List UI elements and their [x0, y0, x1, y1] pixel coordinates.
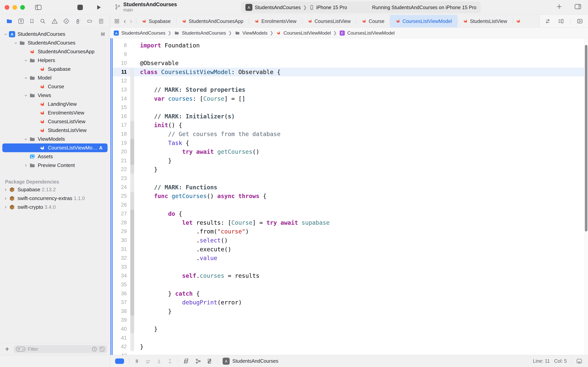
toggle-debug-area-icon[interactable]: [576, 358, 583, 365]
code-line-13[interactable]: 13 // MARK: Stored properties: [110, 85, 588, 94]
issues-navigator-icon[interactable]: [51, 18, 58, 25]
sidebar-item-Views[interactable]: Views: [0, 91, 110, 100]
code-line-12[interactable]: 12: [110, 76, 588, 85]
code-line-31[interactable]: 31 .execute(): [110, 245, 588, 254]
code-line-17[interactable]: 17 init() {: [110, 121, 588, 130]
debug-navigator-icon[interactable]: [75, 18, 81, 25]
source-editor[interactable]: 8import Foundation910@Observable11class …: [110, 38, 588, 355]
code-line-19[interactable]: 19 Task {: [110, 139, 588, 148]
memory-graph-icon[interactable]: [195, 358, 202, 365]
scrollbar-track[interactable]: [584, 38, 588, 355]
forward-icon[interactable]: ›: [130, 17, 132, 25]
sidebar-item-Preview-Content[interactable]: Preview Content: [0, 161, 110, 170]
code-line-14[interactable]: 14 var courses: [Course] = []: [110, 94, 588, 103]
code-line-20[interactable]: 20 try await getCourses(): [110, 147, 588, 156]
code-line-33[interactable]: 33: [110, 263, 588, 272]
code-line-23[interactable]: 23: [110, 174, 588, 183]
code-line-11[interactable]: 11class CoursesListViewModel: Observable…: [110, 68, 588, 77]
scm-filter-icon[interactable]: [99, 346, 105, 352]
add-file-icon[interactable]: +: [3, 346, 11, 353]
sidebar-item-Assets[interactable]: Assets: [0, 152, 110, 161]
editor-tab-CoursesListViewModel[interactable]: CoursesListViewModel: [390, 15, 457, 27]
breadcrumb-StudentsAndCourses[interactable]: StudentsAndCourses: [174, 30, 226, 36]
back-icon[interactable]: ‹: [124, 17, 126, 25]
code-line-42[interactable]: 42}: [110, 342, 588, 351]
activity-status-pill[interactable]: A StudentsAndCourses ❯ iPhone 15 Pro Run…: [241, 1, 481, 13]
run-button[interactable]: [95, 4, 102, 11]
code-line-9[interactable]: 9: [110, 50, 588, 59]
sidebar-item-StudentsAndCourses[interactable]: AStudentsAndCoursesM: [0, 30, 110, 39]
filter-field[interactable]: [14, 345, 107, 353]
sidebar-item-Supabase[interactable]: Supabase: [0, 65, 110, 74]
sidebar-item-CoursesListView[interactable]: CoursesListView: [0, 117, 110, 126]
code-line-26[interactable]: 26: [110, 200, 588, 209]
code-line-41[interactable]: 41: [110, 334, 588, 342]
recent-files-clock-icon[interactable]: [91, 346, 97, 352]
editor-tab-EnrolmentsView[interactable]: EnrolmentsView: [249, 15, 302, 27]
code-line-15[interactable]: 15: [110, 103, 588, 112]
breakpoint-navigator-icon[interactable]: [86, 18, 93, 24]
editor-tab-StudentsListView[interactable]: StudentsListView: [458, 15, 512, 27]
code-line-27[interactable]: 27 do {: [110, 209, 588, 218]
code-line-40[interactable]: 40 }: [110, 325, 588, 334]
search-navigator-icon[interactable]: [40, 18, 46, 25]
disclosure-closed-icon[interactable]: [23, 163, 29, 167]
code-line-30[interactable]: 30 .select(): [110, 236, 588, 245]
step-into-icon[interactable]: [156, 358, 162, 364]
code-line-39[interactable]: 39: [110, 316, 588, 325]
breadcrumb-StudentsAndCourses[interactable]: AStudentsAndCourses: [113, 30, 166, 36]
sidebar-item-LandingView[interactable]: LandingView: [0, 100, 110, 108]
sidebar-item-Course[interactable]: Course: [0, 82, 110, 91]
disclosure-open-icon[interactable]: [23, 58, 29, 63]
fold-ribbon-segment[interactable]: [130, 139, 134, 165]
breadcrumb-CoursesListViewModel[interactable]: CCoursesListViewModel: [339, 30, 395, 36]
view-hierarchy-icon[interactable]: [183, 358, 190, 365]
sidebar-item-StudentsAndCourses[interactable]: StudentsAndCourses: [0, 39, 110, 47]
package-item-swift-concurrency-extras[interactable]: swift-concurrency-extras 1.1.0: [0, 194, 110, 203]
code-line-36[interactable]: 36 } catch {: [110, 289, 588, 298]
sidebar-item-StudentsListView[interactable]: StudentsListView: [0, 126, 110, 135]
report-navigator-icon[interactable]: [98, 18, 104, 25]
zoom-button[interactable]: [20, 5, 25, 10]
tests-navigator-icon[interactable]: [63, 18, 70, 25]
code-line-8[interactable]: 8import Foundation: [110, 41, 588, 50]
code-line-22[interactable]: 22 }: [110, 165, 588, 174]
tab-overflow[interactable]: [513, 15, 523, 27]
code-line-35[interactable]: 35: [110, 280, 588, 289]
code-line-16[interactable]: 16 // MARK: Initializer(s): [110, 112, 588, 121]
bookmark-navigator-icon[interactable]: [29, 18, 35, 25]
minimap-icon[interactable]: [557, 18, 564, 25]
editor-tab-Course[interactable]: Course: [356, 15, 390, 27]
disclosure-open-icon[interactable]: [23, 76, 29, 80]
source-control-navigator-icon[interactable]: [18, 18, 24, 25]
code-line-24[interactable]: 24 // MARK: Functions: [110, 183, 588, 192]
breadcrumb-ViewModels[interactable]: ViewModels: [234, 30, 268, 36]
code-line-18[interactable]: 18 // Get courses from the database: [110, 130, 588, 139]
breadcrumb-CoursesListViewModel[interactable]: CoursesListViewModel: [276, 30, 331, 36]
code-line-32[interactable]: 32 .value: [110, 254, 588, 263]
sidebar-item-CoursesListViewModel[interactable]: CoursesListViewModelA: [2, 143, 108, 152]
project-navigator-icon[interactable]: [6, 18, 13, 24]
step-over-icon[interactable]: [144, 358, 151, 364]
breakpoints-toggle[interactable]: [115, 359, 124, 364]
close-button[interactable]: [5, 5, 9, 10]
scrollbar-thumb[interactable]: [585, 45, 588, 232]
tab-overview-icon[interactable]: [114, 18, 120, 24]
environment-overrides-icon[interactable]: [207, 358, 212, 365]
disclosure-open-icon[interactable]: [3, 32, 8, 36]
filter-options-icon[interactable]: [16, 346, 25, 352]
toggle-left-panel-icon[interactable]: [34, 3, 42, 11]
add-editor-plus-icon[interactable]: [555, 3, 563, 10]
editor-tab-Supabase[interactable]: Supabase: [136, 15, 176, 27]
code-line-38[interactable]: 38 }: [110, 307, 588, 316]
editor-tab-CoursesListView[interactable]: CoursesListView: [302, 15, 356, 27]
step-out-icon[interactable]: [167, 358, 173, 364]
running-app[interactable]: A StudentsAndCourses: [223, 358, 278, 365]
code-line-43[interactable]: 43: [110, 351, 588, 355]
sidebar-item-StudentsAndCoursesApp[interactable]: StudentsAndCoursesApp: [0, 47, 110, 56]
minimize-button[interactable]: [12, 5, 17, 10]
disclosure-open-icon[interactable]: [23, 93, 29, 98]
code-line-37[interactable]: 37 debugPrint(error): [110, 298, 588, 307]
code-line-34[interactable]: 34 self.courses = results: [110, 271, 588, 280]
sidebar-item-Model[interactable]: Model: [0, 74, 110, 82]
